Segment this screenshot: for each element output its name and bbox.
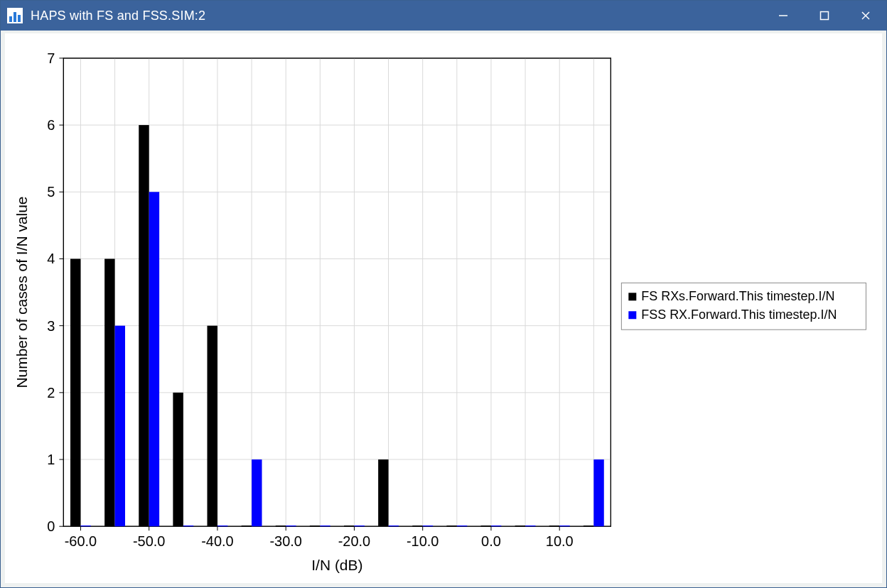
svg-rect-77	[276, 526, 286, 526]
svg-rect-70	[149, 192, 159, 526]
svg-rect-67	[104, 258, 114, 526]
svg-text:-50.0: -50.0	[133, 533, 165, 549]
svg-rect-71	[173, 393, 183, 526]
close-button[interactable]	[845, 1, 886, 31]
svg-rect-93	[549, 526, 559, 526]
svg-text:6: 6	[47, 117, 55, 133]
svg-text:7: 7	[47, 50, 55, 66]
svg-text:-20.0: -20.0	[338, 533, 370, 549]
histogram-app-icon	[6, 7, 23, 24]
svg-rect-96	[593, 459, 603, 526]
svg-text:3: 3	[47, 318, 55, 334]
minimize-button[interactable]	[763, 1, 804, 31]
svg-text:5: 5	[47, 184, 55, 200]
window-title: HAPS with FS and FSS.SIM:2	[31, 9, 763, 23]
svg-text:4: 4	[47, 251, 55, 266]
svg-text:FS RXs.Forward.This timestep.I: FS RXs.Forward.This timestep.I/N	[641, 289, 834, 303]
svg-text:-10.0: -10.0	[407, 533, 439, 549]
window-controls	[763, 1, 886, 31]
svg-text:0.0: 0.0	[481, 533, 501, 549]
chart-container: -60.0-50.0-40.0-30.0-20.0-10.00.010.0012…	[5, 33, 882, 583]
svg-rect-87	[446, 526, 456, 526]
svg-rect-83	[378, 459, 388, 526]
maximize-icon	[819, 11, 829, 21]
titlebar[interactable]: HAPS with FS and FSS.SIM:2	[1, 1, 886, 31]
content-area: -60.0-50.0-40.0-30.0-20.0-10.00.010.0012…	[1, 31, 886, 587]
svg-rect-73	[208, 326, 217, 527]
svg-rect-79	[310, 526, 320, 526]
svg-rect-85	[412, 526, 422, 526]
svg-rect-69	[139, 125, 149, 526]
svg-text:FSS RX.Forward.This timestep.I: FSS RX.Forward.This timestep.I/N	[641, 307, 837, 322]
svg-rect-82	[354, 526, 364, 526]
svg-rect-78	[286, 526, 296, 526]
svg-rect-90	[491, 526, 501, 526]
svg-rect-68	[115, 326, 125, 527]
svg-rect-84	[389, 526, 399, 526]
svg-text:Number of cases of I/N value: Number of cases of I/N value	[14, 197, 30, 388]
svg-rect-89	[481, 526, 491, 526]
svg-rect-100	[628, 311, 636, 319]
svg-text:0: 0	[47, 518, 55, 534]
svg-text:10.0: 10.0	[546, 533, 574, 549]
maximize-button[interactable]	[804, 1, 845, 31]
minimize-icon	[778, 11, 788, 21]
svg-rect-95	[584, 526, 593, 526]
svg-text:-60.0: -60.0	[65, 533, 97, 549]
svg-rect-94	[559, 526, 569, 526]
svg-rect-72	[183, 526, 193, 526]
svg-rect-88	[457, 526, 467, 526]
svg-text:-30.0: -30.0	[269, 533, 301, 549]
svg-rect-1	[821, 12, 829, 20]
svg-rect-91	[515, 526, 525, 526]
svg-rect-98	[628, 293, 636, 300]
svg-rect-92	[525, 526, 535, 526]
svg-text:-40.0: -40.0	[201, 533, 233, 549]
svg-rect-81	[344, 526, 354, 526]
svg-text:1: 1	[47, 452, 55, 467]
svg-rect-74	[217, 526, 227, 526]
window-frame: HAPS with FS and FSS.SIM:2 -60.0-50.0-40…	[0, 0, 887, 588]
svg-text:2: 2	[47, 385, 55, 401]
svg-text:I/N (dB): I/N (dB)	[311, 557, 362, 573]
svg-rect-86	[423, 526, 433, 526]
svg-rect-66	[80, 526, 90, 526]
svg-rect-65	[70, 258, 80, 526]
histogram-chart: -60.0-50.0-40.0-30.0-20.0-10.00.010.0012…	[5, 33, 882, 583]
svg-rect-80	[320, 526, 330, 526]
svg-rect-76	[252, 459, 262, 526]
svg-rect-75	[242, 526, 252, 526]
close-icon	[861, 11, 871, 21]
